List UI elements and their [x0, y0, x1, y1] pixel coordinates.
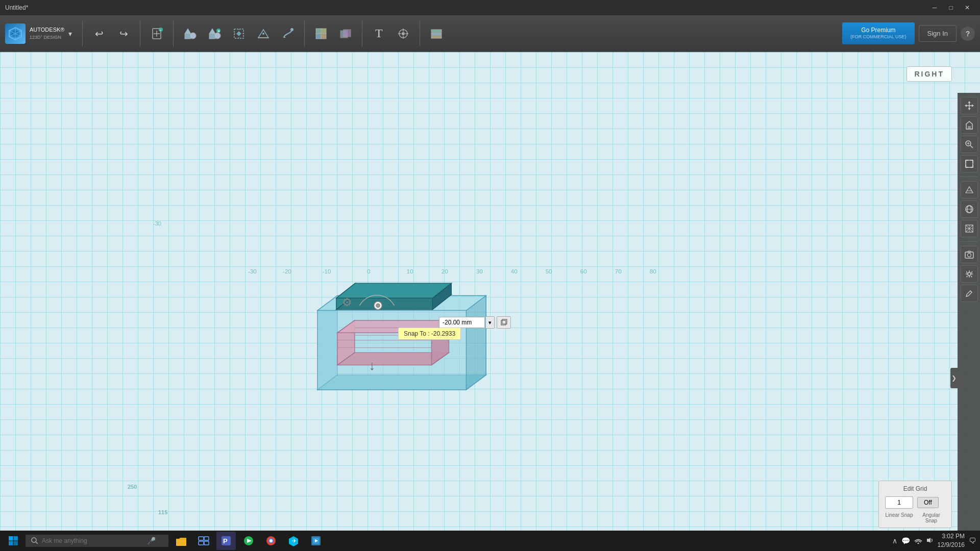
svg-marker-133: [927, 538, 930, 543]
undo-button[interactable]: ↩: [88, 20, 110, 47]
svg-point-35: [402, 32, 405, 35]
taskbar-app-4[interactable]: [239, 532, 258, 550]
smart-primitives-button[interactable]: ★: [203, 20, 226, 47]
layers-button[interactable]: [425, 20, 448, 47]
logo-text: AUTODESK® 123D° DESIGN: [30, 26, 64, 41]
taskbar-app-7[interactable]: [306, 532, 326, 550]
app-name: AUTODESK®: [30, 26, 64, 33]
redo-icon: ↪: [119, 28, 128, 40]
svg-text:P: P: [223, 537, 228, 545]
volume-icon[interactable]: [926, 537, 934, 545]
svg-text:20: 20: [442, 268, 448, 274]
network-icon[interactable]: [914, 537, 922, 545]
panel-sep2: [960, 241, 977, 242]
svg-rect-118: [199, 541, 204, 545]
toolbar-right: Go Premium (FOR COMMERCIAL USE) Sign In …: [842, 22, 975, 44]
window-controls: ─ □ ✕: [927, 3, 975, 13]
svg-rect-103: [965, 252, 973, 258]
edit-button[interactable]: [961, 285, 978, 302]
svg-rect-26: [316, 34, 321, 39]
svg-marker-78: [968, 108, 970, 110]
svg-point-22: [262, 33, 264, 35]
taskbar: 🎤 P ✈ ∧ 💬: [0, 531, 980, 551]
redo-button[interactable]: ↪: [112, 20, 135, 47]
dimension-unit-dropdown[interactable]: ▾: [486, 316, 495, 329]
svg-rect-116: [199, 537, 204, 540]
svg-marker-80: [972, 105, 974, 107]
sketch-button[interactable]: [228, 20, 250, 47]
text-button[interactable]: T: [368, 20, 390, 47]
system-tray: ∧ 💬 3:02 PM 12/9/2016 🗨: [892, 532, 976, 549]
linear-snap-label: Linear Snap: [885, 512, 913, 523]
new-tool-button[interactable]: +: [145, 20, 168, 47]
svg-text:-10: -10: [323, 268, 331, 274]
edit-grid-title: Edit Grid: [885, 485, 945, 492]
taskbar-search[interactable]: 🎤: [26, 535, 168, 547]
signin-button[interactable]: Sign In: [919, 25, 957, 42]
taskbar-app-fileexplorer[interactable]: [172, 532, 191, 550]
object-settings-button[interactable]: ⚙: [342, 296, 352, 309]
dimension-copy-button[interactable]: [497, 316, 511, 329]
taskbar-app-6[interactable]: ✈: [284, 532, 303, 550]
snap-button[interactable]: [392, 20, 414, 47]
svg-rect-37: [431, 33, 442, 35]
svg-rect-109: [9, 536, 13, 541]
wireframe-button[interactable]: [961, 220, 978, 237]
maximize-button[interactable]: □: [943, 3, 959, 13]
perspective-button[interactable]: [961, 181, 978, 198]
home-view-button[interactable]: [961, 116, 978, 134]
notification-icon[interactable]: 🗨: [969, 537, 976, 545]
svg-text:↓: ↓: [369, 358, 376, 372]
svg-rect-110: [14, 536, 18, 541]
view-mode-button[interactable]: [961, 201, 978, 218]
main-viewport[interactable]: 115 250 -30 -30 -20 -10 0 10 20 30 40 50…: [0, 52, 980, 551]
svg-point-21: [237, 32, 240, 35]
panel-collapse-tab[interactable]: ❯: [950, 368, 958, 388]
modify-button[interactable]: [277, 20, 299, 47]
boolean-button[interactable]: [334, 20, 357, 47]
tray-up-icon[interactable]: ∧: [892, 537, 897, 545]
svg-rect-115: [176, 539, 186, 546]
linear-snap-input[interactable]: 1: [885, 496, 913, 509]
premium-button[interactable]: Go Premium (FOR COMMERCIAL USE): [842, 22, 914, 44]
clock-date: 12/9/2016: [938, 541, 965, 549]
window-title: Untitled*: [5, 4, 28, 11]
svg-text:✈: ✈: [292, 538, 297, 544]
taskbar-app-5[interactable]: [261, 532, 281, 550]
dimension-input[interactable]: [439, 317, 485, 328]
pan-button[interactable]: [961, 97, 978, 114]
group-button[interactable]: [310, 20, 332, 47]
settings-button[interactable]: [961, 265, 978, 283]
construct-button[interactable]: [252, 20, 275, 47]
svg-marker-53: [466, 295, 486, 390]
zoom-button[interactable]: [961, 136, 978, 153]
svg-rect-119: [204, 541, 209, 545]
chat-icon[interactable]: 💬: [901, 537, 910, 545]
screenshot-button[interactable]: [961, 246, 978, 263]
svg-rect-36: [431, 30, 442, 32]
svg-text:60: 60: [580, 268, 587, 274]
panel-sep1: [960, 177, 977, 177]
taskbar-app-taskview[interactable]: [194, 532, 213, 550]
help-button[interactable]: ?: [961, 27, 975, 41]
taskbar-app-3[interactable]: P: [216, 532, 236, 550]
svg-point-132: [917, 542, 919, 544]
system-clock[interactable]: 3:02 PM 12/9/2016: [938, 532, 965, 549]
sep3: [173, 21, 174, 46]
svg-point-113: [32, 538, 36, 542]
close-button[interactable]: ✕: [960, 3, 975, 13]
primitives-button[interactable]: [179, 20, 201, 47]
svg-rect-81: [968, 126, 971, 129]
search-input[interactable]: [42, 537, 144, 544]
snap-tooltip: Snap To : -20.2933: [398, 328, 461, 340]
svg-text:+: +: [160, 29, 162, 32]
svg-rect-24: [316, 29, 321, 34]
start-button[interactable]: [4, 532, 22, 550]
angular-snap-label: Angular Snap: [917, 512, 945, 523]
minimize-button[interactable]: ─: [927, 3, 942, 13]
app-menu-dropdown[interactable]: ▾: [68, 30, 72, 38]
sep1: [82, 21, 83, 46]
fit-view-button[interactable]: [961, 155, 978, 172]
angular-snap-button[interactable]: Off: [917, 497, 939, 508]
svg-rect-27: [321, 34, 326, 39]
